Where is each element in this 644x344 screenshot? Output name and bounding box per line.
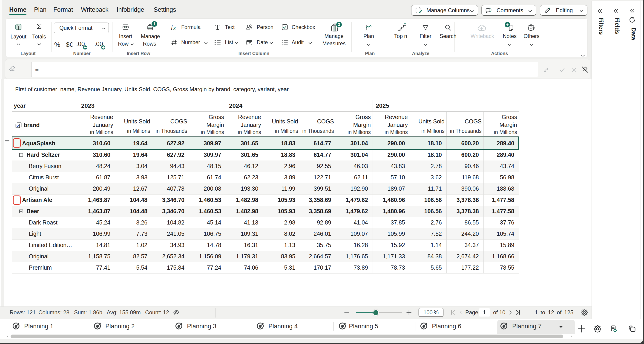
svg-text:x: x [173, 25, 176, 31]
